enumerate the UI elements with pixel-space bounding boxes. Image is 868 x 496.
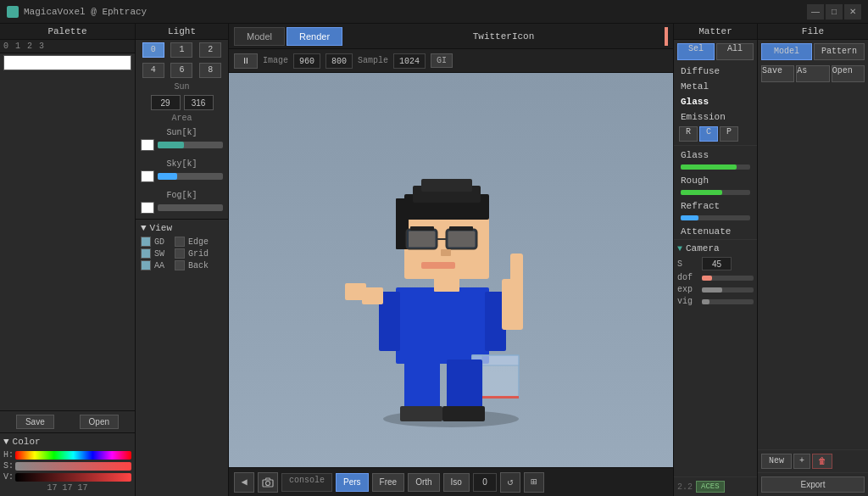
edge-checkbox[interactable] bbox=[175, 237, 185, 247]
palette-header: Palette bbox=[0, 24, 135, 40]
sun-input1[interactable] bbox=[151, 95, 181, 110]
rough-item[interactable]: Rough bbox=[674, 173, 757, 188]
sky-color-swatch[interactable] bbox=[141, 170, 154, 182]
orth-button[interactable]: Orth bbox=[408, 473, 439, 492]
light-btn-2[interactable]: 2 bbox=[199, 42, 221, 58]
exp-slider[interactable] bbox=[702, 287, 754, 293]
light-btn-6[interactable]: 6 bbox=[170, 63, 192, 78]
refract-slider[interactable] bbox=[681, 215, 750, 220]
export-button[interactable]: Export bbox=[761, 476, 865, 493]
metal-item[interactable]: Metal bbox=[674, 79, 757, 94]
p-button[interactable]: P bbox=[720, 126, 738, 142]
camera-label: Camera bbox=[686, 243, 720, 254]
sample-value[interactable]: 1024 bbox=[393, 53, 426, 69]
back-checkbox[interactable] bbox=[175, 260, 185, 270]
angle-input[interactable] bbox=[473, 473, 497, 492]
glass-slider-row bbox=[674, 163, 757, 173]
vig-label: vig bbox=[677, 297, 698, 306]
new-button[interactable]: New bbox=[761, 454, 792, 469]
camera-button[interactable] bbox=[258, 472, 278, 493]
minimize-button[interactable]: — bbox=[807, 4, 824, 20]
sun-input2[interactable] bbox=[184, 95, 214, 110]
sky-k-slider[interactable] bbox=[158, 173, 223, 180]
refract-item[interactable]: Refract bbox=[674, 198, 757, 214]
aces-button[interactable]: ACES bbox=[696, 481, 725, 493]
dof-fill bbox=[702, 276, 712, 281]
pause-button[interactable]: ⏸ bbox=[234, 53, 258, 69]
as-button[interactable]: As bbox=[796, 65, 829, 82]
matter-divider1 bbox=[674, 145, 757, 146]
s-row: S bbox=[677, 257, 754, 270]
window-controls[interactable]: — □ ✕ bbox=[807, 4, 861, 20]
camera-icon bbox=[262, 477, 274, 488]
close-button[interactable]: ✕ bbox=[844, 4, 861, 20]
sun-k-slider[interactable] bbox=[158, 142, 223, 148]
light-btn-0[interactable]: 0 bbox=[142, 42, 164, 58]
image-height[interactable]: 800 bbox=[326, 53, 353, 69]
image-width[interactable]: 960 bbox=[293, 53, 320, 69]
palette-footer: Save Open bbox=[0, 410, 135, 432]
rough-slider[interactable] bbox=[681, 190, 750, 195]
save-button[interactable]: Save bbox=[761, 65, 794, 82]
sw-label: SW bbox=[154, 249, 164, 259]
model-tab-btn[interactable]: Model bbox=[761, 43, 812, 60]
all-button[interactable]: All bbox=[716, 43, 754, 60]
sky-k-fill bbox=[158, 173, 177, 180]
s-label: S bbox=[677, 259, 698, 269]
open-button[interactable]: Open bbox=[832, 65, 865, 82]
fog-k-slider[interactable] bbox=[158, 204, 223, 211]
iso-button[interactable]: Iso bbox=[443, 473, 470, 492]
light-btn-4[interactable]: 4 bbox=[142, 63, 164, 78]
vig-slider[interactable] bbox=[702, 299, 754, 304]
triangle-button[interactable]: ◀ bbox=[234, 472, 254, 493]
matter-header: Matter bbox=[674, 24, 757, 40]
viewport[interactable] bbox=[229, 73, 673, 467]
sky-k-label: Sky[k] bbox=[141, 159, 223, 169]
palette-indices: 0 1 2 3 bbox=[0, 40, 135, 53]
light-btn-1[interactable]: 1 bbox=[170, 42, 192, 58]
r-button[interactable]: R bbox=[679, 126, 698, 142]
grid-checkbox[interactable] bbox=[175, 248, 185, 259]
view-title: View bbox=[150, 223, 172, 233]
maximize-button[interactable]: □ bbox=[826, 4, 843, 20]
color-hsv: H: S: V: bbox=[3, 450, 131, 482]
add-button[interactable]: + bbox=[793, 454, 810, 469]
val-slider[interactable] bbox=[15, 473, 131, 482]
sw-checkbox[interactable] bbox=[141, 248, 151, 259]
sat-slider[interactable] bbox=[15, 462, 131, 471]
s-input[interactable] bbox=[702, 257, 732, 270]
light-btn-8[interactable]: 8 bbox=[199, 63, 221, 78]
view-triangle: ▼ bbox=[141, 223, 147, 233]
diffuse-item[interactable]: Diffuse bbox=[674, 64, 757, 79]
attenuate-item[interactable]: Attenuate bbox=[674, 224, 757, 239]
reset-button[interactable]: ↺ bbox=[500, 472, 520, 493]
grid-toggle-button[interactable]: ⊞ bbox=[524, 472, 544, 493]
hue-slider[interactable] bbox=[15, 451, 131, 460]
file-header: File bbox=[758, 24, 868, 40]
palette-open-button[interactable]: Open bbox=[80, 415, 119, 429]
c-button[interactable]: C bbox=[699, 126, 718, 142]
palette-grid[interactable] bbox=[0, 72, 135, 410]
aa-checkbox[interactable] bbox=[141, 260, 151, 270]
fog-color-swatch[interactable] bbox=[141, 202, 154, 214]
file-panel: File Model Pattern Save As Open New + 🗑 … bbox=[758, 24, 868, 496]
model-tab[interactable]: Model bbox=[234, 27, 285, 46]
pattern-tab-btn[interactable]: Pattern bbox=[814, 43, 865, 60]
free-button[interactable]: Free bbox=[372, 473, 405, 492]
emission-item[interactable]: Emission bbox=[674, 109, 757, 125]
pers-button[interactable]: Pers bbox=[336, 473, 369, 492]
gd-checkbox[interactable] bbox=[141, 237, 151, 247]
glass-item[interactable]: Glass bbox=[674, 148, 757, 163]
sel-button[interactable]: Sel bbox=[677, 43, 715, 60]
delete-button[interactable]: 🗑 bbox=[812, 454, 832, 469]
console-input[interactable]: console bbox=[281, 473, 332, 492]
palette-save-button[interactable]: Save bbox=[16, 415, 54, 429]
gi-button[interactable]: GI bbox=[431, 53, 453, 68]
render-tab[interactable]: Render bbox=[287, 27, 342, 46]
glass-item-top[interactable]: Glass bbox=[674, 94, 757, 109]
glass-slider[interactable] bbox=[681, 164, 750, 170]
s-label: S: bbox=[3, 461, 12, 471]
palette-color-preview[interactable] bbox=[3, 55, 131, 70]
dof-slider[interactable] bbox=[702, 276, 754, 281]
sun-color-swatch[interactable] bbox=[141, 139, 154, 151]
